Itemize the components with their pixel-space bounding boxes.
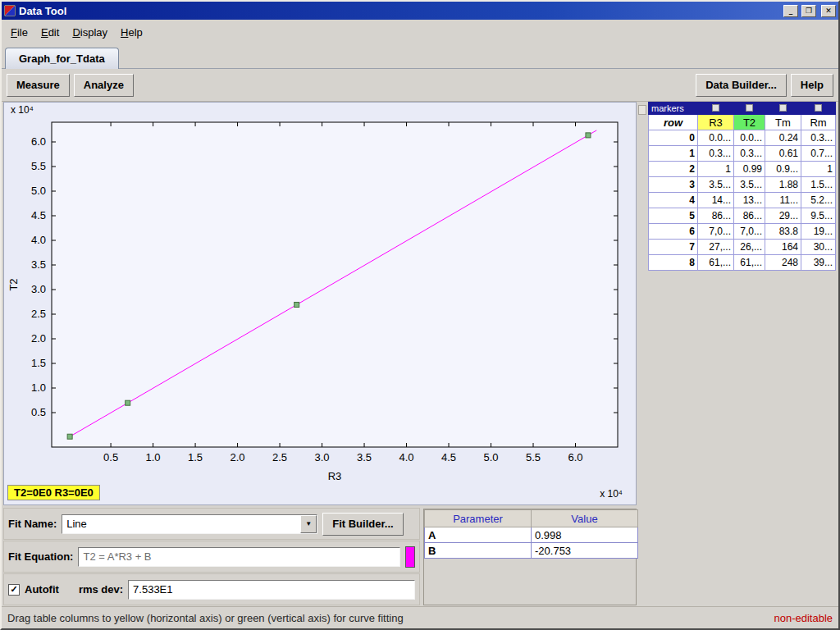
data-cell[interactable]: 0.0...: [698, 130, 734, 146]
column-header-t2[interactable]: T2: [734, 115, 765, 130]
parameter-name-cell[interactable]: A: [425, 527, 532, 543]
row-header-cell[interactable]: 7: [649, 240, 698, 255]
restore-button[interactable]: ❐: [801, 5, 816, 17]
close-button[interactable]: ✕: [821, 5, 836, 17]
row-header-cell[interactable]: 4: [649, 193, 698, 208]
toolbar-help-button[interactable]: Help: [791, 74, 833, 97]
split-divider[interactable]: [637, 102, 648, 606]
row-header-cell[interactable]: 5: [649, 208, 698, 224]
data-table: markers row R3 T2 Tm Rm 00.0...0.0...0: [648, 102, 836, 271]
column-header-rm[interactable]: Rm: [801, 115, 836, 130]
table-row: 586...86...29...9.5...: [649, 208, 836, 224]
data-cell[interactable]: 61,...: [698, 255, 734, 271]
tab-graph-for-tdata[interactable]: Graph_for_Tdata: [5, 48, 119, 69]
data-cell[interactable]: 86...: [698, 208, 734, 224]
data-cell[interactable]: 86...: [734, 208, 765, 224]
parameter-table: Parameter Value A0.998B-20.753: [424, 509, 638, 559]
fit-color-swatch[interactable]: [405, 546, 415, 568]
title-bar: Data Tool _ ❐ ✕: [2, 2, 838, 20]
y-axis-scale-label: x 10⁴: [11, 104, 34, 116]
data-cell[interactable]: 27,...: [698, 240, 734, 255]
parameter-value-cell[interactable]: 0.998: [532, 527, 638, 543]
data-cell[interactable]: 0.3...: [734, 146, 765, 162]
value-column-header: Value: [532, 510, 638, 527]
fit-builder-button[interactable]: Fit Builder...: [322, 513, 403, 536]
y-tick-label: 6.0: [31, 135, 46, 148]
plot-svg[interactable]: 0.50.51.01.01.51.52.02.02.52.53.03.03.53…: [4, 116, 637, 483]
data-cell[interactable]: 164: [765, 240, 801, 255]
row-header-cell[interactable]: 2: [649, 162, 698, 177]
data-cell[interactable]: 13...: [734, 193, 765, 208]
data-cell[interactable]: 0.61: [765, 146, 801, 162]
rms-dev-field[interactable]: 7.533E1: [128, 580, 415, 600]
marker-checkbox-rm[interactable]: [801, 103, 836, 115]
data-cell[interactable]: 11...: [765, 193, 801, 208]
data-cell[interactable]: 9.5...: [801, 208, 836, 224]
data-cell[interactable]: 30...: [801, 240, 836, 255]
data-point-marker[interactable]: [586, 133, 591, 138]
data-cell[interactable]: 3.5...: [734, 177, 765, 193]
data-cell[interactable]: 14...: [698, 193, 734, 208]
menu-help[interactable]: Help: [115, 24, 148, 41]
column-header-r3[interactable]: R3: [698, 115, 734, 130]
row-header-cell[interactable]: 6: [649, 224, 698, 240]
data-cell[interactable]: 39...: [801, 255, 836, 271]
data-cell[interactable]: 0.9...: [765, 162, 801, 177]
row-header-cell[interactable]: 1: [649, 146, 698, 162]
y-tick-label: 1.5: [31, 357, 46, 369]
menu-file[interactable]: File: [5, 24, 34, 41]
divider-expand-button[interactable]: [638, 105, 646, 115]
x-tick-label: 1.0: [146, 451, 161, 463]
marker-checkbox-tm[interactable]: [765, 103, 801, 115]
marker-checkbox-r3[interactable]: [698, 103, 734, 115]
data-point-marker[interactable]: [67, 434, 72, 439]
data-cell[interactable]: 0.24: [765, 130, 801, 146]
analyze-button[interactable]: Analyze: [74, 74, 134, 97]
parameter-header-row: Parameter Value: [425, 510, 638, 527]
data-cell[interactable]: 0.0...: [734, 130, 765, 146]
measure-button[interactable]: Measure: [7, 74, 70, 97]
menu-edit[interactable]: Edit: [35, 24, 65, 41]
data-cell[interactable]: 0.3...: [801, 130, 836, 146]
data-cell[interactable]: 29...: [765, 208, 801, 224]
data-cell[interactable]: 7,0...: [698, 224, 734, 240]
data-cell[interactable]: 1: [801, 162, 836, 177]
data-cell[interactable]: 0.3...: [698, 146, 734, 162]
data-cell[interactable]: 19...: [801, 224, 836, 240]
marker-checkbox-t2[interactable]: [734, 103, 765, 115]
data-cell[interactable]: 5.2...: [801, 193, 836, 208]
data-builder-button[interactable]: Data Builder...: [696, 74, 787, 97]
x-tick-label: 4.5: [441, 451, 456, 463]
data-cell[interactable]: 7,0...: [734, 224, 765, 240]
data-cell[interactable]: 0.99: [734, 162, 765, 177]
data-cell[interactable]: 61,...: [734, 255, 765, 271]
fit-name-combo[interactable]: Line ▼: [62, 514, 317, 534]
row-header-cell[interactable]: 0: [649, 130, 698, 146]
data-cell[interactable]: 248: [765, 255, 801, 271]
parameter-value-cell[interactable]: -20.753: [532, 543, 638, 559]
data-point-marker[interactable]: [294, 302, 299, 307]
data-point-marker[interactable]: [126, 400, 130, 405]
menu-display[interactable]: Display: [66, 24, 113, 41]
data-cell[interactable]: 26,...: [734, 240, 765, 255]
data-cell[interactable]: 0.7...: [801, 146, 836, 162]
row-header-cell[interactable]: 8: [649, 255, 698, 271]
minimize-button[interactable]: _: [783, 5, 798, 17]
data-cell[interactable]: 3.5...: [698, 177, 734, 193]
tab-strip: Graph_for_Tdata: [2, 44, 838, 69]
parameter-name-cell[interactable]: B: [425, 543, 532, 559]
x-tick-label: 5.0: [483, 451, 498, 463]
column-header-row-label[interactable]: row: [649, 115, 698, 130]
y-tick-label: 4.5: [31, 209, 46, 221]
data-cell[interactable]: 1.88: [765, 177, 801, 193]
data-cell[interactable]: 1.5...: [801, 177, 836, 193]
autofit-checkbox[interactable]: ✓: [8, 584, 20, 596]
column-header-tm[interactable]: Tm: [765, 115, 801, 130]
row-header-cell[interactable]: 3: [649, 177, 698, 193]
fit-equation-field[interactable]: T2 = A*R3 + B: [78, 547, 400, 567]
data-cell[interactable]: 1: [698, 162, 734, 177]
data-cell[interactable]: 83.8: [765, 224, 801, 240]
chevron-down-icon[interactable]: ▼: [300, 515, 317, 533]
table-row: 414...13...11...5.2...: [649, 193, 836, 208]
fit-name-row: Fit Name: Line ▼ Fit Builder...: [3, 508, 420, 540]
